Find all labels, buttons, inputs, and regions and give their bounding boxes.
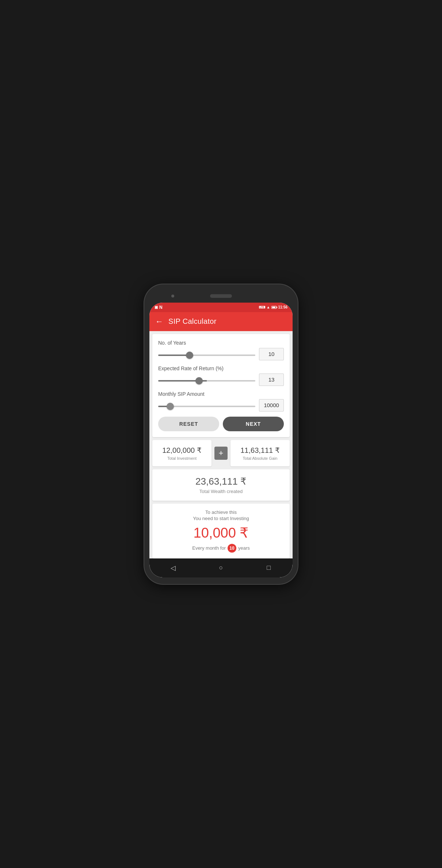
achieve-footer: Every month for 10 years (157, 544, 285, 553)
speaker (210, 294, 232, 298)
lte-badge: LTE (259, 306, 265, 308)
sip-label: Monthly SIP Amount (158, 391, 284, 397)
total-gain-label: Total Absolute Gain (235, 456, 285, 460)
buttons-row: RESET NEXT (158, 417, 284, 431)
phone-shell: ▣ N LTE ▲ 11:56 ← SIP Calculator No. of … (144, 284, 298, 584)
achieve-card: To achieve this You need to start Invest… (152, 504, 290, 558)
total-investment-amount: 12,00,000 ₹ (157, 446, 207, 455)
rate-label: Expected Rate of Return (%) (158, 365, 284, 371)
sip-slider-row (158, 399, 284, 412)
sip-value-input[interactable] (259, 399, 284, 412)
rate-slider-container (158, 376, 255, 383)
camera-dot (171, 295, 174, 297)
sip-slider-container (158, 402, 255, 409)
years-slider-container (158, 351, 255, 357)
wealth-amount: 23,63,111 ₹ (157, 476, 285, 487)
network-icon: N (159, 305, 163, 310)
home-nav-button[interactable]: ○ (215, 562, 227, 574)
rate-value-input[interactable] (259, 374, 284, 386)
years-suffix: years (238, 545, 250, 551)
achieve-line2: You need to start Investing (157, 516, 285, 521)
recent-nav-button[interactable]: □ (263, 562, 275, 574)
reset-button[interactable]: RESET (158, 417, 219, 431)
sim-icon: ▣ (155, 305, 158, 309)
battery-fill (272, 307, 275, 308)
phone-screen: ▣ N LTE ▲ 11:56 ← SIP Calculator No. of … (149, 303, 293, 577)
total-gain-amount: 11,63,111 ₹ (235, 446, 285, 455)
back-nav-icon: ◁ (171, 564, 176, 572)
years-slider-row (158, 348, 284, 360)
back-button[interactable]: ← (155, 317, 163, 326)
signal-icon: ▲ (267, 305, 270, 309)
years-slider[interactable] (158, 355, 255, 356)
rate-slider[interactable] (158, 380, 255, 382)
status-right: LTE ▲ 11:56 (259, 305, 287, 309)
total-gain-card: 11,63,111 ₹ Total Absolute Gain (230, 440, 290, 466)
recent-nav-icon: □ (267, 564, 271, 572)
time-display: 11:56 (278, 305, 287, 309)
back-nav-button[interactable]: ◁ (167, 562, 179, 574)
years-badge: 10 (228, 544, 236, 553)
total-investment-card: 12,00,000 ₹ Total Investment (152, 440, 212, 466)
status-bar: ▣ N LTE ▲ 11:56 (149, 303, 293, 312)
home-nav-icon: ○ (219, 564, 223, 572)
status-left: ▣ N (155, 305, 163, 310)
years-value-input[interactable] (259, 348, 284, 360)
bottom-nav: ◁ ○ □ (149, 558, 293, 577)
screen-content: No. of Years Expected Rate of Return (%) (149, 331, 293, 558)
app-title: SIP Calculator (168, 317, 217, 326)
monthly-amount: 10,000 ₹ (157, 525, 285, 541)
wealth-card: 23,63,111 ₹ Total Wealth created (152, 469, 290, 501)
next-button[interactable]: NEXT (223, 417, 284, 431)
app-bar: ← SIP Calculator (149, 312, 293, 331)
battery-icon (271, 306, 277, 309)
wealth-label: Total Wealth created (157, 489, 285, 494)
phone-top-bar (149, 291, 293, 301)
achieve-line1: To achieve this (157, 509, 285, 515)
plus-badge: + (214, 447, 228, 460)
result-row: 12,00,000 ₹ Total Investment + 11,63,111… (152, 440, 290, 466)
rate-slider-row (158, 374, 284, 386)
years-label: No. of Years (158, 340, 284, 346)
calculator-card: No. of Years Expected Rate of Return (%) (152, 334, 290, 437)
every-month-prefix: Every month for (192, 545, 226, 551)
sip-slider[interactable] (158, 406, 255, 407)
total-investment-label: Total Investment (157, 456, 207, 460)
